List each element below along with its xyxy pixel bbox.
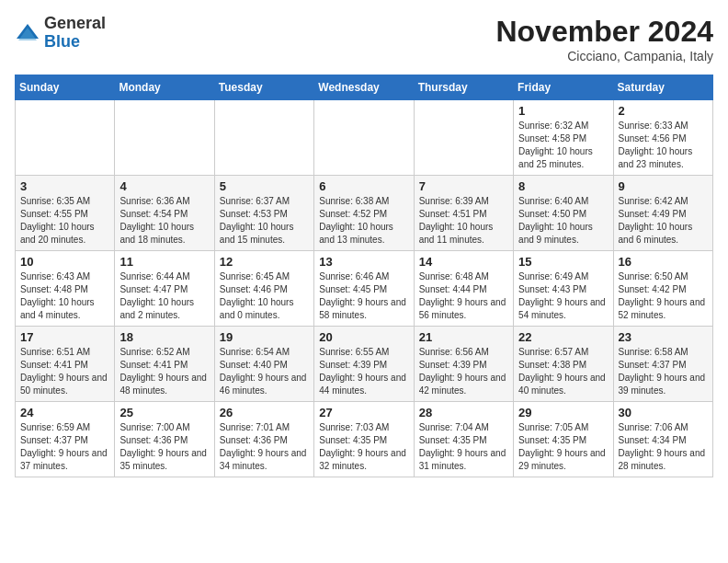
calendar-cell: 20Sunrise: 6:55 AM Sunset: 4:39 PM Dayli… — [314, 327, 414, 402]
day-info: Sunrise: 6:51 AM Sunset: 4:41 PM Dayligh… — [20, 346, 109, 397]
weekday-header-row: SundayMondayTuesdayWednesdayThursdayFrid… — [16, 75, 713, 100]
day-number: 12 — [220, 255, 309, 269]
weekday-header: Saturday — [613, 75, 712, 100]
calendar-table: SundayMondayTuesdayWednesdayThursdayFrid… — [15, 75, 713, 477]
day-number: 9 — [619, 179, 708, 193]
weekday-header: Friday — [514, 75, 613, 100]
logo-blue-text: Blue — [44, 32, 80, 51]
day-info: Sunrise: 6:33 AM Sunset: 4:56 PM Dayligh… — [619, 120, 708, 171]
calendar-cell: 23Sunrise: 6:58 AM Sunset: 4:37 PM Dayli… — [613, 327, 712, 402]
day-info: Sunrise: 6:42 AM Sunset: 4:49 PM Dayligh… — [619, 195, 708, 247]
day-number: 23 — [619, 330, 708, 344]
day-number: 24 — [20, 406, 109, 419]
day-info: Sunrise: 6:59 AM Sunset: 4:37 PM Dayligh… — [20, 421, 109, 473]
day-number: 17 — [20, 330, 109, 344]
calendar-week-row: 24Sunrise: 6:59 AM Sunset: 4:37 PM Dayli… — [16, 402, 713, 477]
day-number: 5 — [220, 179, 309, 193]
day-info: Sunrise: 7:06 AM Sunset: 4:34 PM Dayligh… — [619, 421, 708, 473]
title-block: November 2024 Cicciano, Campania, Italy — [495, 15, 713, 63]
day-number: 26 — [220, 406, 309, 419]
day-number: 7 — [419, 179, 508, 193]
calendar-cell: 17Sunrise: 6:51 AM Sunset: 4:41 PM Dayli… — [16, 327, 115, 402]
page-header: General Blue November 2024 Cicciano, Cam… — [15, 15, 713, 63]
day-info: Sunrise: 7:04 AM Sunset: 4:35 PM Dayligh… — [419, 421, 508, 473]
day-number: 28 — [419, 406, 508, 419]
day-info: Sunrise: 6:58 AM Sunset: 4:37 PM Dayligh… — [619, 346, 708, 397]
calendar-cell: 24Sunrise: 6:59 AM Sunset: 4:37 PM Dayli… — [16, 402, 115, 477]
day-number: 27 — [319, 406, 408, 419]
calendar-week-row: 3Sunrise: 6:35 AM Sunset: 4:55 PM Daylig… — [16, 176, 713, 251]
day-info: Sunrise: 6:50 AM Sunset: 4:42 PM Dayligh… — [619, 270, 708, 322]
calendar-cell: 8Sunrise: 6:40 AM Sunset: 4:50 PM Daylig… — [514, 176, 613, 251]
logo-general-text: General — [44, 14, 106, 32]
day-info: Sunrise: 6:52 AM Sunset: 4:41 PM Dayligh… — [119, 346, 209, 397]
day-info: Sunrise: 6:57 AM Sunset: 4:38 PM Dayligh… — [518, 346, 608, 397]
day-number: 30 — [619, 406, 708, 419]
calendar-cell: 25Sunrise: 7:00 AM Sunset: 4:36 PM Dayli… — [115, 402, 214, 477]
day-info: Sunrise: 6:37 AM Sunset: 4:53 PM Dayligh… — [220, 195, 309, 247]
day-number: 2 — [619, 104, 708, 118]
day-number: 25 — [119, 406, 209, 419]
calendar-cell: 1Sunrise: 6:32 AM Sunset: 4:58 PM Daylig… — [514, 100, 613, 176]
calendar-cell — [115, 100, 214, 176]
day-info: Sunrise: 7:00 AM Sunset: 4:36 PM Dayligh… — [119, 421, 209, 473]
day-info: Sunrise: 7:03 AM Sunset: 4:35 PM Dayligh… — [319, 421, 408, 473]
calendar-cell — [16, 100, 115, 176]
calendar-cell: 26Sunrise: 7:01 AM Sunset: 4:36 PM Dayli… — [214, 402, 313, 477]
calendar-cell: 28Sunrise: 7:04 AM Sunset: 4:35 PM Dayli… — [414, 402, 513, 477]
month-title: November 2024 — [495, 15, 713, 49]
calendar-cell: 14Sunrise: 6:48 AM Sunset: 4:44 PM Dayli… — [414, 251, 513, 327]
calendar-cell: 7Sunrise: 6:39 AM Sunset: 4:51 PM Daylig… — [414, 176, 513, 251]
day-info: Sunrise: 6:32 AM Sunset: 4:58 PM Dayligh… — [518, 120, 608, 171]
weekday-header: Tuesday — [214, 75, 313, 100]
day-info: Sunrise: 6:40 AM Sunset: 4:50 PM Dayligh… — [518, 195, 608, 247]
day-number: 14 — [419, 255, 508, 269]
calendar-cell: 5Sunrise: 6:37 AM Sunset: 4:53 PM Daylig… — [214, 176, 313, 251]
calendar-cell: 3Sunrise: 6:35 AM Sunset: 4:55 PM Daylig… — [16, 176, 115, 251]
day-number: 18 — [119, 330, 209, 344]
calendar-cell: 21Sunrise: 6:56 AM Sunset: 4:39 PM Dayli… — [414, 327, 513, 402]
weekday-header: Sunday — [16, 75, 115, 100]
day-number: 6 — [319, 179, 408, 193]
calendar-cell: 4Sunrise: 6:36 AM Sunset: 4:54 PM Daylig… — [115, 176, 214, 251]
calendar-week-row: 1Sunrise: 6:32 AM Sunset: 4:58 PM Daylig… — [16, 100, 713, 176]
day-number: 8 — [518, 179, 608, 193]
calendar-cell: 10Sunrise: 6:43 AM Sunset: 4:48 PM Dayli… — [16, 251, 115, 327]
day-number: 10 — [20, 255, 109, 269]
weekday-header: Monday — [115, 75, 214, 100]
calendar-cell: 19Sunrise: 6:54 AM Sunset: 4:40 PM Dayli… — [214, 327, 313, 402]
day-info: Sunrise: 6:44 AM Sunset: 4:47 PM Dayligh… — [119, 270, 209, 322]
day-number: 29 — [518, 406, 608, 419]
calendar-cell: 30Sunrise: 7:06 AM Sunset: 4:34 PM Dayli… — [613, 402, 712, 477]
calendar-cell: 22Sunrise: 6:57 AM Sunset: 4:38 PM Dayli… — [514, 327, 613, 402]
location-subtitle: Cicciano, Campania, Italy — [495, 49, 713, 63]
weekday-header: Wednesday — [314, 75, 414, 100]
calendar-cell: 29Sunrise: 7:05 AM Sunset: 4:35 PM Dayli… — [514, 402, 613, 477]
calendar-cell: 9Sunrise: 6:42 AM Sunset: 4:49 PM Daylig… — [613, 176, 712, 251]
calendar-week-row: 10Sunrise: 6:43 AM Sunset: 4:48 PM Dayli… — [16, 251, 713, 327]
day-number: 4 — [119, 179, 209, 193]
day-info: Sunrise: 6:35 AM Sunset: 4:55 PM Dayligh… — [20, 195, 109, 247]
day-info: Sunrise: 6:38 AM Sunset: 4:52 PM Dayligh… — [319, 195, 408, 247]
logo-icon — [15, 20, 40, 46]
day-number: 22 — [518, 330, 608, 344]
day-info: Sunrise: 6:43 AM Sunset: 4:48 PM Dayligh… — [20, 270, 109, 322]
day-info: Sunrise: 7:05 AM Sunset: 4:35 PM Dayligh… — [518, 421, 608, 473]
calendar-week-row: 17Sunrise: 6:51 AM Sunset: 4:41 PM Dayli… — [16, 327, 713, 402]
day-info: Sunrise: 7:01 AM Sunset: 4:36 PM Dayligh… — [220, 421, 309, 473]
day-info: Sunrise: 6:49 AM Sunset: 4:43 PM Dayligh… — [518, 270, 608, 322]
day-info: Sunrise: 6:56 AM Sunset: 4:39 PM Dayligh… — [419, 346, 508, 397]
calendar-cell: 15Sunrise: 6:49 AM Sunset: 4:43 PM Dayli… — [514, 251, 613, 327]
calendar-cell: 27Sunrise: 7:03 AM Sunset: 4:35 PM Dayli… — [314, 402, 414, 477]
day-number: 1 — [518, 104, 608, 118]
day-info: Sunrise: 6:45 AM Sunset: 4:46 PM Dayligh… — [220, 270, 309, 322]
day-number: 13 — [319, 255, 408, 269]
day-number: 21 — [419, 330, 508, 344]
day-info: Sunrise: 6:48 AM Sunset: 4:44 PM Dayligh… — [419, 270, 508, 322]
logo: General Blue — [15, 15, 106, 52]
day-info: Sunrise: 6:39 AM Sunset: 4:51 PM Dayligh… — [419, 195, 508, 247]
day-number: 3 — [20, 179, 109, 193]
calendar-cell — [214, 100, 313, 176]
day-info: Sunrise: 6:54 AM Sunset: 4:40 PM Dayligh… — [220, 346, 309, 397]
day-number: 19 — [220, 330, 309, 344]
